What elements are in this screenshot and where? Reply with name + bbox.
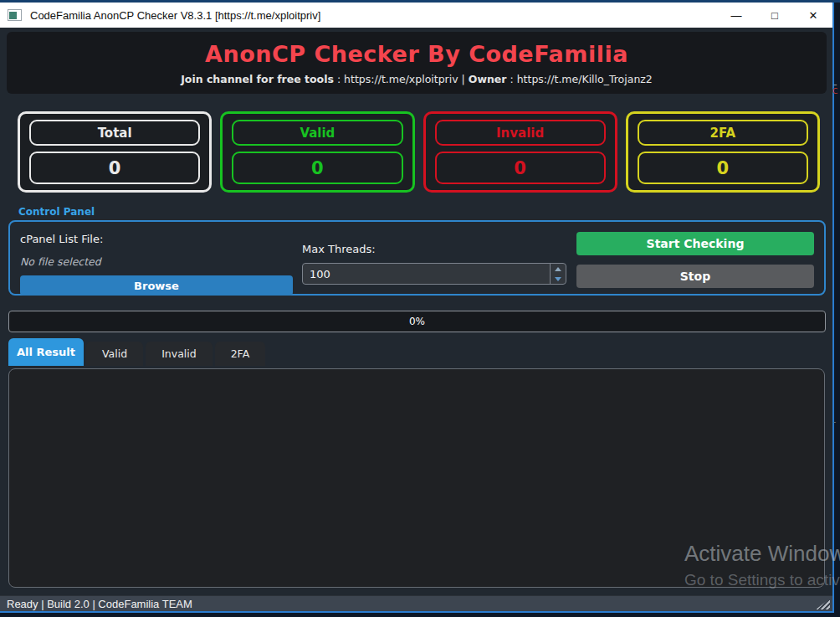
close-button[interactable]: ✕ bbox=[794, 3, 832, 28]
tab-2fa[interactable]: 2FA bbox=[215, 342, 266, 366]
control-panel-groupbox: cPanel List File: No file selected Brows… bbox=[8, 220, 826, 296]
resize-grip-icon[interactable] bbox=[816, 599, 830, 609]
counter-card-valid: Valid 0 bbox=[220, 111, 414, 193]
browse-button[interactable]: Browse bbox=[20, 275, 293, 296]
max-threads-label: Max Threads: bbox=[302, 243, 566, 255]
chevron-down-icon bbox=[555, 277, 561, 281]
spinner-up-button[interactable] bbox=[551, 264, 566, 274]
screen-artifact: - bbox=[833, 419, 836, 426]
counter-label-invalid: Invalid bbox=[435, 120, 606, 146]
file-selected-status: No file selected bbox=[20, 255, 293, 268]
status-text: Ready | Build 2.0 | CodeFamilia TEAM bbox=[7, 598, 192, 610]
start-checking-button[interactable]: Start Checking bbox=[576, 232, 814, 255]
progress-bar: 0% bbox=[8, 311, 826, 332]
counter-value-2fa: 0 bbox=[638, 152, 808, 184]
subtitle-link-channel: : https://t.me/xploitpriv | bbox=[334, 73, 469, 85]
header-banner: AnonCP Checker By CodeFamilia Join chann… bbox=[7, 32, 827, 94]
max-threads-spinner[interactable] bbox=[302, 263, 566, 285]
tab-invalid[interactable]: Invalid bbox=[146, 342, 213, 366]
screen-artifact: C bbox=[832, 88, 837, 95]
counter-label-2fa: 2FA bbox=[638, 120, 808, 146]
window-title: CodeFamilia AnonCP Checker V8.3.1 [https… bbox=[30, 9, 717, 22]
tab-all-result[interactable]: All Result bbox=[8, 338, 84, 366]
subtitle-bold-owner: Owner bbox=[469, 73, 507, 85]
counter-card-2fa: 2FA 0 bbox=[626, 111, 820, 193]
app-icon bbox=[8, 9, 22, 21]
max-threads-input[interactable] bbox=[303, 264, 550, 284]
screen: CodeFamilia AnonCP Checker V8.3.1 [https… bbox=[0, 0, 840, 617]
counter-card-total: Total 0 bbox=[18, 111, 212, 193]
stop-button[interactable]: Stop bbox=[576, 265, 814, 288]
counter-value-total: 0 bbox=[29, 152, 200, 184]
counter-value-valid: 0 bbox=[232, 152, 402, 184]
app-subtitle: Join channel for free tools : https://t.… bbox=[7, 73, 827, 85]
maximize-button[interactable]: □ bbox=[755, 3, 794, 28]
counter-row: Total 0 Valid 0 Invalid 0 2FA 0 bbox=[18, 111, 820, 193]
tab-valid[interactable]: Valid bbox=[86, 342, 143, 366]
window-controls: — □ ✕ bbox=[717, 3, 832, 28]
titlebar[interactable]: CodeFamilia AnonCP Checker V8.3.1 [https… bbox=[0, 3, 832, 28]
cpanel-list-file-label: cPanel List File: bbox=[20, 233, 293, 245]
app-window: CodeFamilia AnonCP Checker V8.3.1 [https… bbox=[0, 3, 834, 613]
counter-label-valid: Valid bbox=[232, 120, 402, 146]
chevron-up-icon bbox=[555, 267, 561, 271]
spinner-down-button[interactable] bbox=[551, 274, 566, 284]
progress-percent-label: 0% bbox=[409, 316, 425, 327]
control-panel-label: Control Panel bbox=[18, 206, 832, 218]
subtitle-bold-join: Join channel for free tools bbox=[181, 73, 334, 85]
minimize-button[interactable]: — bbox=[717, 3, 755, 28]
counter-value-invalid: 0 bbox=[435, 152, 606, 184]
results-panel[interactable] bbox=[8, 368, 825, 588]
counter-card-invalid: Invalid 0 bbox=[423, 111, 617, 193]
counter-label-total: Total bbox=[29, 120, 200, 146]
result-tabs: All Result Valid Invalid 2FA bbox=[8, 338, 832, 366]
spinner-buttons bbox=[550, 264, 566, 284]
status-bar: Ready | Build 2.0 | CodeFamilia TEAM bbox=[0, 595, 832, 611]
subtitle-link-owner: : https://t.me/Killo_Trojanz2 bbox=[507, 73, 653, 85]
app-title: AnonCP Checker By CodeFamilia bbox=[7, 41, 827, 67]
